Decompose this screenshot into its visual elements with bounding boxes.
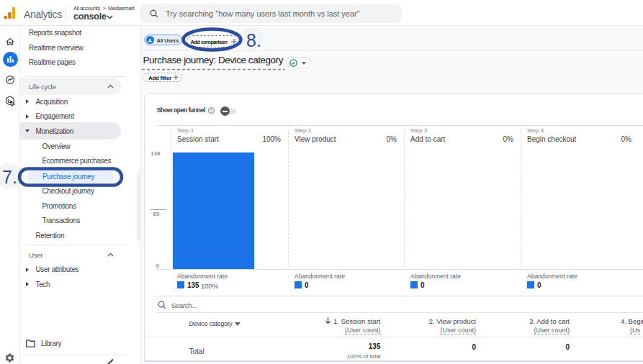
svg-text:?: ? xyxy=(210,109,212,113)
